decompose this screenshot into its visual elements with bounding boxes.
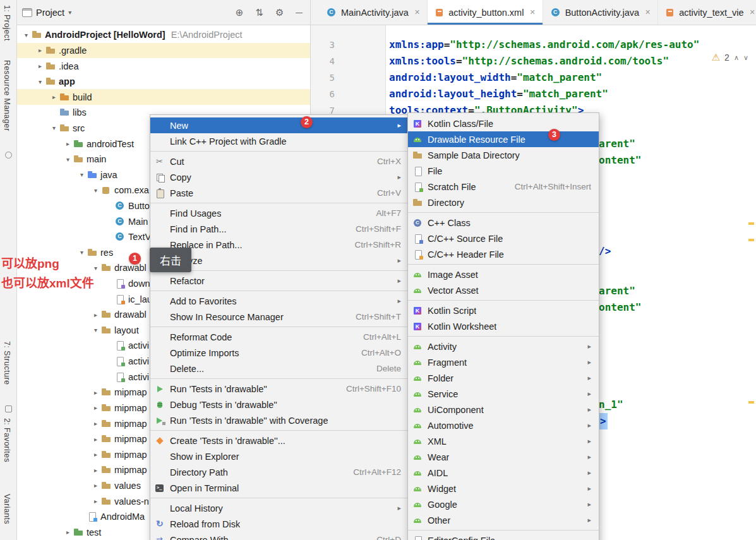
- warning-stripe-mark[interactable]: [748, 401, 754, 404]
- menu-item-google[interactable]: Google▸: [408, 496, 599, 512]
- project-panel-title[interactable]: Project: [36, 8, 64, 18]
- close-icon[interactable]: ✕: [529, 8, 535, 16]
- chevron-right-icon[interactable]: ▸: [91, 482, 100, 489]
- tree-item-app[interactable]: ▾app: [17, 74, 310, 90]
- next-issue-button[interactable]: ∨: [743, 54, 748, 62]
- menu-item-show-in-explorer[interactable]: Show in Explorer: [150, 448, 409, 464]
- collapse-all-button[interactable]: ⇅: [255, 8, 263, 17]
- menu-item-show-in-resource-manager[interactable]: Show In Resource ManagerCtrl+Shift+T: [150, 309, 409, 325]
- menu-item-editorconfig-file[interactable]: EditorConfig File: [408, 532, 599, 540]
- menu-item-image-asset[interactable]: Image Asset: [408, 267, 599, 282]
- menu-item-activity[interactable]: Activity▸: [408, 339, 599, 354]
- stripe-button-1-project[interactable]: 1: Project: [3, 5, 11, 41]
- menu-item-scratch-file[interactable]: Scratch FileCtrl+Alt+Shift+Insert: [408, 179, 599, 195]
- menu-item-find-usages[interactable]: Find UsagesAlt+F7: [150, 205, 409, 221]
- chevron-right-icon[interactable]: ▸: [91, 311, 100, 318]
- menu-item-c-c-source-file[interactable]: C/C++ Source File: [408, 231, 599, 246]
- tab-activity-text-vie[interactable]: activity_text_vie✕: [658, 0, 756, 25]
- chevron-right-icon[interactable]: ▸: [91, 389, 100, 396]
- menu-item-sample-data-directory[interactable]: Sample Data Directory: [408, 147, 599, 163]
- menu-item-create-tests-in-drawable[interactable]: Create 'Tests in 'drawable''...: [150, 433, 409, 448]
- chevron-right-icon[interactable]: ▸: [35, 63, 45, 69]
- menu-item-service[interactable]: Service▸: [408, 386, 599, 402]
- menu-item-new[interactable]: New▸: [150, 117, 409, 133]
- menu-item-copy[interactable]: Copy▸: [150, 169, 409, 185]
- menu-item-file[interactable]: File: [408, 163, 599, 179]
- menu-item-refactor[interactable]: Refactor▸: [150, 273, 409, 289]
- chevron-right-icon[interactable]: ▸: [91, 498, 100, 505]
- chevron-down-icon[interactable]: ▾: [91, 327, 100, 333]
- menu-item-compare-with[interactable]: Compare With...Ctrl+D: [150, 532, 409, 540]
- chevron-down-icon[interactable]: ▾: [91, 187, 100, 194]
- chevron-right-icon[interactable]: ▸: [91, 467, 100, 474]
- tree-item-idea[interactable]: ▸.idea: [17, 58, 310, 74]
- chevron-right-icon[interactable]: ▸: [35, 47, 45, 54]
- menu-item-optimize-imports[interactable]: Optimize ImportsCtrl+Alt+O: [150, 345, 409, 361]
- chevron-right-icon[interactable]: ▸: [91, 436, 100, 443]
- menu-item-uicomponent[interactable]: UiComponent▸: [408, 402, 599, 417]
- hide-panel-button[interactable]: ─: [296, 8, 303, 17]
- menu-item-folder[interactable]: Folder▸: [408, 370, 599, 386]
- chevron-down-icon[interactable]: ▾: [77, 249, 87, 256]
- menu-item-delete[interactable]: Delete...Delete: [150, 361, 409, 376]
- settings-button[interactable]: ⚙: [275, 8, 284, 17]
- menu-item-kotlin-script[interactable]: Kotlin Script: [408, 303, 599, 318]
- chevron-down-icon[interactable]: ▾: [63, 156, 73, 163]
- chevron-right-icon[interactable]: ▸: [91, 420, 100, 427]
- menu-item-kotlin-class-file[interactable]: Kotlin Class/File: [408, 116, 599, 131]
- prev-issue-button[interactable]: ∧: [734, 54, 739, 62]
- menu-item-cut[interactable]: CutCtrl+X: [150, 153, 409, 169]
- stripe-button-variants[interactable]: Variants: [3, 494, 11, 524]
- menu-item-directory-path[interactable]: Directory PathCtrl+Alt+F12: [150, 464, 409, 480]
- chevron-down-icon[interactable]: ▾: [68, 9, 71, 16]
- menu-item-drawable-resource-file[interactable]: Drawable Resource File: [408, 131, 599, 147]
- chevron-right-icon[interactable]: ▸: [91, 451, 100, 458]
- locate-file-button[interactable]: ⊕: [236, 8, 244, 17]
- menu-item-xml[interactable]: XML▸: [408, 433, 599, 449]
- menu-item-other[interactable]: Other▸: [408, 512, 599, 528]
- tab-activity-button-xml[interactable]: activity_button.xml✕: [428, 0, 543, 25]
- tree-item-build[interactable]: ▸build: [17, 89, 310, 105]
- menu-item-automotive[interactable]: Automotive▸: [408, 417, 599, 433]
- menu-item-link-c-project-with-gradle[interactable]: Link C++ Project with Gradle: [150, 133, 409, 149]
- menu-item-paste[interactable]: PasteCtrl+V: [150, 185, 409, 201]
- stripe-button-7-structure[interactable]: 7: Structure: [3, 341, 11, 385]
- chevron-right-icon[interactable]: ▸: [49, 93, 59, 100]
- menu-item-c-c-header-file[interactable]: C/C++ Header File: [408, 246, 599, 262]
- chevron-down-icon[interactable]: ▾: [91, 265, 100, 272]
- chevron-down-icon[interactable]: ▾: [77, 171, 87, 178]
- close-icon[interactable]: ✕: [750, 8, 755, 16]
- tab-mainactivity-java[interactable]: MainActivity.java✕: [319, 0, 428, 25]
- menu-item-c-class[interactable]: C++ Class: [408, 215, 599, 231]
- stripe-button-2-favorites[interactable]: 2: Favorites: [3, 418, 11, 462]
- warning-stripe-mark[interactable]: [748, 239, 754, 241]
- menu-item-aidl[interactable]: AIDL▸: [408, 465, 599, 481]
- menu-item-add-to-favorites[interactable]: Add to Favorites▸: [150, 293, 409, 309]
- close-icon[interactable]: ✕: [414, 8, 420, 16]
- menu-item-reload-from-disk[interactable]: Reload from Disk: [150, 516, 409, 532]
- chevron-down-icon[interactable]: ▾: [21, 32, 31, 39]
- chevron-right-icon[interactable]: ▸: [91, 404, 100, 411]
- tree-item-androidproject-helloword[interactable]: ▾AndroidProject [HelloWord]E:\AndroidPro…: [17, 27, 310, 43]
- menu-item-fragment[interactable]: Fragment▸: [408, 354, 599, 370]
- menu-item-vector-asset[interactable]: Vector Asset: [408, 282, 599, 298]
- menu-item-run-tests-in-drawable-with-coverage[interactable]: Run 'Tests in 'drawable'' with Coverage: [150, 412, 409, 428]
- menu-item-open-in-terminal[interactable]: Open in Terminal: [150, 480, 409, 496]
- tab-buttonactivity-java[interactable]: ButtonActivity.java✕: [543, 0, 659, 25]
- chevron-down-icon[interactable]: ▾: [49, 124, 59, 131]
- menu-item-directory[interactable]: Directory: [408, 195, 599, 210]
- warning-stripe-mark[interactable]: [748, 222, 754, 225]
- stripe-button-resource-manager[interactable]: Resource Manager: [3, 60, 11, 131]
- tree-item-gradle[interactable]: ▸.gradle: [17, 43, 310, 59]
- menu-item-run-tests-in-drawable[interactable]: Run 'Tests in 'drawable''Ctrl+Shift+F10: [150, 381, 409, 397]
- menu-item-kotlin-worksheet[interactable]: Kotlin Worksheet: [408, 318, 599, 334]
- menu-item-wear[interactable]: Wear▸: [408, 449, 599, 465]
- chevron-right-icon[interactable]: ▸: [63, 529, 73, 536]
- menu-item-widget[interactable]: Widget▸: [408, 481, 599, 496]
- menu-item-reformat-code[interactable]: Reformat CodeCtrl+Alt+L: [150, 329, 409, 345]
- chevron-right-icon[interactable]: ▸: [63, 140, 73, 147]
- close-icon[interactable]: ✕: [645, 8, 651, 16]
- chevron-down-icon[interactable]: ▾: [35, 78, 45, 85]
- menu-item-debug-tests-in-drawable[interactable]: Debug 'Tests in 'drawable'': [150, 397, 409, 412]
- menu-item-find-in-path[interactable]: Find in Path...Ctrl+Shift+F: [150, 221, 409, 237]
